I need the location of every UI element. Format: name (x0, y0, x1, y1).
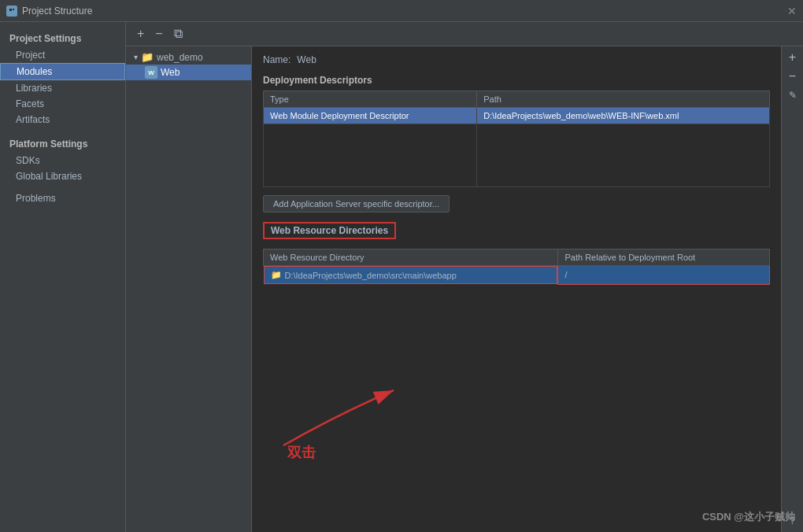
main-layout: Project Settings Project Modules Librari… (0, 22, 803, 532)
web-path-column-header: Path Relative to Deployment Root (558, 249, 770, 266)
project-name-label: web_demo (157, 52, 203, 63)
add-button[interactable]: + (134, 27, 147, 41)
svg-rect-1 (9, 9, 12, 11)
divider (0, 127, 125, 134)
module-name-label: Web (161, 67, 179, 78)
path-column-header: Path (477, 91, 770, 108)
name-row: Name: Web (263, 54, 770, 65)
web-resource-directory: 📁 D:\IdeaProjects\web_demo\src\main\weba… (264, 266, 558, 284)
folder-icon: 📁 (141, 51, 154, 63)
deployment-descriptors-header: Deployment Descriptors (263, 75, 770, 86)
sidebar-item-artifacts[interactable]: Artifacts (0, 112, 125, 127)
sidebar-item-facets[interactable]: Facets (0, 96, 125, 112)
page-wrapper: Project Structure ✕ Project Settings Pro… (0, 0, 803, 532)
right-add-button[interactable]: + (785, 50, 801, 65)
close-button[interactable]: ✕ (787, 5, 797, 17)
web-resource-row[interactable]: 📁 D:\IdeaProjects\web_demo\src\main\weba… (264, 266, 770, 285)
copy-button[interactable]: ⧉ (171, 27, 186, 41)
deployment-descriptors-table: Type Path Web Module Deployment Descript… (263, 91, 770, 187)
sidebar-item-modules[interactable]: Modules (0, 63, 125, 80)
watermark: CSDN @这小子贼帅 (702, 510, 795, 524)
name-value: Web (297, 54, 316, 65)
sidebar-item-sdks[interactable]: SDKs (0, 153, 125, 168)
right-edit-button[interactable]: ✎ (785, 87, 801, 103)
window-title: Project Structure (22, 6, 92, 17)
tree-project-item[interactable]: ▾ 📁 web_demo (126, 50, 251, 65)
descriptor-path: D:\IdeaProjects\web_demo\web\WEB-INF\web… (477, 108, 770, 124)
table-row[interactable]: Web Module Deployment Descriptor D:\Idea… (264, 108, 770, 124)
type-column-header: Type (264, 91, 477, 108)
right-sidebar: + − ✎ ? (781, 46, 803, 532)
content-area: + − ⧉ ▾ 📁 web_demo W Web (126, 22, 803, 532)
title-bar-left: Project Structure (6, 6, 92, 17)
web-resource-section: Web Resource Directories (263, 222, 770, 244)
toolbar: + − ⧉ (126, 22, 803, 46)
project-tree: ▾ 📁 web_demo W Web (126, 46, 252, 532)
right-remove-button[interactable]: − (785, 68, 801, 84)
sidebar-item-project[interactable]: Project (0, 47, 125, 63)
module-icon: W (145, 66, 157, 79)
name-label: Name: (263, 54, 290, 65)
platform-settings-label: Platform Settings (0, 134, 125, 153)
web-resource-section-label: Web Resource Directories (263, 222, 396, 239)
project-settings-label: Project Settings (0, 28, 125, 47)
empty-row (264, 124, 770, 187)
title-bar: Project Structure ✕ (0, 0, 803, 22)
settings-panel: Name: Web Deployment Descriptors Type Pa… (252, 46, 781, 532)
web-dir-column-header: Web Resource Directory (264, 249, 558, 266)
remove-button[interactable]: − (152, 27, 165, 41)
svg-rect-2 (13, 9, 14, 10)
descriptor-type: Web Module Deployment Descriptor (264, 108, 477, 124)
divider2 (0, 184, 125, 190)
sidebar-item-global-libraries[interactable]: Global Libraries (0, 168, 125, 184)
small-folder-icon: 📁 (271, 270, 282, 280)
sidebar-item-libraries[interactable]: Libraries (0, 80, 125, 96)
web-resource-path: / (558, 266, 770, 285)
app-icon (6, 6, 17, 17)
right-panel: Name: Web Deployment Descriptors Type Pa… (252, 46, 803, 532)
tree-settings-layout: ▾ 📁 web_demo W Web Name: (126, 46, 803, 532)
triangle-icon: ▾ (134, 53, 138, 61)
add-descriptor-button[interactable]: Add Application Server specific descript… (263, 195, 450, 212)
tree-module-item[interactable]: W Web (126, 65, 251, 80)
web-resource-table: Web Resource Directory Path Relative to … (263, 249, 770, 285)
sidebar: Project Settings Project Modules Librari… (0, 22, 126, 532)
sidebar-item-problems[interactable]: Problems (0, 190, 125, 206)
